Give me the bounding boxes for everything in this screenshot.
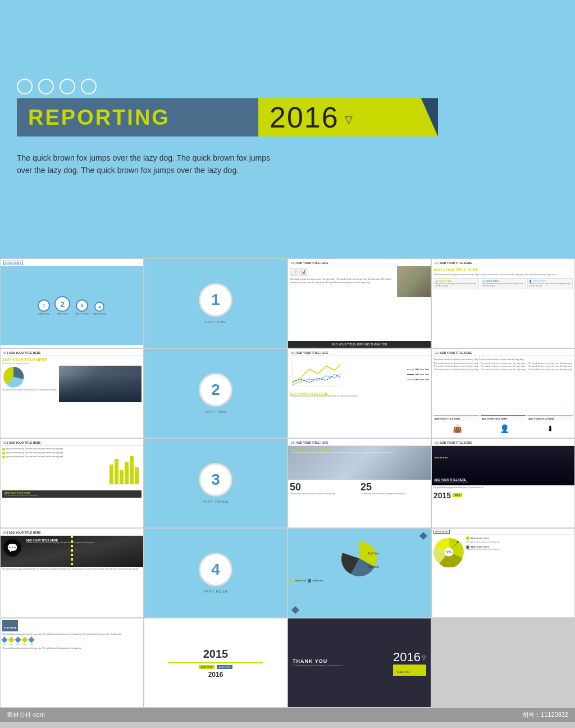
slide-02-cols-header-text: 02 | ADD YOUR TITLE HERE bbox=[435, 351, 472, 354]
part4-content: 4 PART FOUR bbox=[144, 529, 287, 617]
circle-num-3: 3 bbox=[76, 299, 88, 312]
play-tag-text: PLAY HERE bbox=[4, 626, 16, 629]
slide-thumb-03-highway[interactable]: 03 | ADD YOUR TITLE HERE 💬 ADD YOUR TITL… bbox=[0, 528, 144, 618]
people-text: The quick brown fox jumps over the lazy … bbox=[291, 452, 428, 454]
slide-01-info-body: ADD YOUR TITLE HERE The quick brown fox … bbox=[432, 266, 574, 291]
info-col-2: 🔍 YOUR TITLE The quick brown fox jumps o… bbox=[481, 278, 526, 289]
diamond-label-1: text bbox=[3, 643, 6, 645]
three-cols: The quick brown fox jumps over the lazy … bbox=[433, 362, 573, 414]
slide-03-night-header: 03 | ADD YOUR TITLE HERE bbox=[432, 439, 574, 446]
slide-03-night-header-text: 03 | ADD YOUR TITLE HERE bbox=[435, 441, 472, 444]
bar-chart-svg bbox=[105, 448, 142, 487]
circle-num-2: 2 bbox=[54, 296, 70, 312]
slide-thumb-01-aerial[interactable]: 01 | ADD YOUR TITLE HERE 📄 📊 The quick b… bbox=[288, 258, 431, 348]
slide-01-chart-header: 01 | ADD YOUR TITLE HERE bbox=[1, 349, 143, 356]
circle-item-4: 4 PART FOUR bbox=[93, 302, 106, 315]
col-2-text: The quick brown fox jumps over the lazy … bbox=[481, 362, 526, 371]
diamond-green-2 bbox=[21, 636, 28, 643]
slide-thumb-thankyou[interactable]: THANK YOU The quick brown fox jumps over… bbox=[288, 618, 431, 708]
chart-right bbox=[59, 366, 142, 402]
list-dot-1 bbox=[2, 448, 5, 451]
diamond-col-2: text bbox=[9, 638, 13, 645]
slide-thumb-03-people[interactable]: 03 | ADD YOUR TITLE HERE ADD YOUR TITLE … bbox=[288, 438, 431, 528]
legend-2: Add Your Text bbox=[407, 373, 429, 376]
slide-thumb-content[interactable]: CONTENT 1 PART ONE 2 PART TWO 3 PART THR… bbox=[0, 258, 144, 348]
night-bottom-text: The quick brown fox jumps over the lazy … bbox=[433, 487, 573, 489]
slide-02-cols-body: The quick brown fox jumps over the lazy … bbox=[432, 356, 574, 435]
slide-02-cols-header: 02 | ADD YOUR TITLE HERE bbox=[432, 349, 574, 356]
legend-1: Add Your Text bbox=[407, 368, 429, 371]
footer-col-1-title: ADD YOUR TITLE HERE bbox=[435, 417, 478, 420]
slide-01-main-title: ADD YOUR TITLE HERE bbox=[433, 268, 573, 272]
diamond-col-1: text bbox=[2, 638, 7, 645]
diamond-col-4: text bbox=[22, 638, 27, 645]
next-tag: NEXT HERE bbox=[433, 530, 450, 534]
diamond-col-5: text bbox=[29, 638, 34, 645]
slide-thumb-part1[interactable]: 1 PART ONE bbox=[144, 258, 288, 348]
chart-subtitle: Lorem ipsum dolor sit amet bbox=[2, 362, 142, 365]
slide-02-bar-body: jumps over the lazy dog. The quick brown… bbox=[1, 446, 143, 525]
slide-01-icons: 📄 📊 The quick brown fox jumps over the l… bbox=[288, 266, 397, 333]
year-divider bbox=[168, 662, 263, 663]
slide-03-highway-header: 03 | ADD YOUR TITLE HERE bbox=[1, 529, 143, 536]
circle-item-2: 2 PART TWO bbox=[54, 296, 70, 315]
slide-01-header-text: 01 | ADD YOUR TITLE HERE bbox=[291, 261, 328, 265]
hero-banner-blue: REPORTING bbox=[17, 98, 258, 136]
part4-label: PART FOUR bbox=[203, 590, 227, 593]
hero-circle-3 bbox=[60, 79, 75, 94]
play1-body: PLAY HERE The quick brown fox jumps over… bbox=[1, 618, 143, 707]
stat-label-2: The quick dog. The quick brown fox jumps… bbox=[360, 493, 429, 495]
green-text-1: ADD YOUR TEXT bbox=[471, 537, 489, 540]
line-chart-area bbox=[290, 358, 405, 391]
diamond-green-1 bbox=[8, 636, 14, 643]
slide-thumb-part4[interactable]: 4 PART FOUR bbox=[144, 528, 288, 618]
slide-01-info-header: 01 | ADD YOUR TITLE HERE bbox=[432, 259, 574, 266]
slide-thumb-play1[interactable]: PLAY HERE The quick brown fox jumps over… bbox=[0, 618, 144, 708]
green-dot-1 bbox=[466, 536, 469, 540]
green-pie-right: ADD YOUR TEXT The quick brown fox jumps … bbox=[466, 536, 573, 570]
chart-text-small: The quick brown fox jumps over the lazy … bbox=[2, 389, 57, 392]
slide-thumb-02-line[interactable]: 02 | ADD YOUR TITLE HERE bbox=[288, 348, 431, 438]
slide-02-line-body: Add Your Text Add Your Text Add Your Tex… bbox=[288, 356, 431, 399]
diamonds-row: text text text text text bbox=[2, 638, 142, 645]
pie-chart-svg bbox=[2, 366, 25, 388]
slide-thumb-green-pie[interactable]: NEXT HERE 50% bbox=[431, 528, 575, 618]
bar-chart-right bbox=[105, 448, 142, 489]
diamond-topleft bbox=[421, 533, 426, 539]
thankyou-body: THANK YOU The quick brown fox jumps over… bbox=[288, 618, 431, 707]
slide-thumb-04-pie[interactable]: Add Your Text Add Your Text Add Your Tex… bbox=[288, 528, 431, 618]
circles-row: 1 PART ONE 2 PART TWO 3 PART THREE 4 PAR… bbox=[38, 296, 106, 315]
diamond-label-5: text bbox=[30, 643, 33, 645]
pie-dark-body: Add Your Text Add Your Text Add Your Tex… bbox=[288, 529, 431, 617]
slide-thumb-01-info[interactable]: 01 | ADD YOUR TITLE HERE ADD YOUR TITLE … bbox=[431, 258, 575, 348]
diamond-shape-2 bbox=[291, 606, 299, 614]
stat-2: 25 The quick dog. The quick brown fox ju… bbox=[360, 481, 429, 495]
slide-thumb-01-chart[interactable]: 01 | ADD YOUR TITLE HERE ADD YOUR TITLE … bbox=[0, 348, 144, 438]
circle-label-2: PART TWO bbox=[57, 312, 69, 315]
info-col-3-text: The quick brown fox jumps over the lazy … bbox=[529, 283, 571, 288]
pie-dark-content: Add Your Text Add Your Text Add Your Tex… bbox=[288, 529, 431, 585]
circle-item-3: 3 PART THREE bbox=[75, 299, 89, 315]
night-year-row: 2015 2015 bbox=[433, 491, 573, 500]
green-pie-body: NEXT HERE 50% bbox=[432, 529, 574, 617]
diamond-shape bbox=[419, 532, 427, 540]
slide-thumb-02-cols[interactable]: 02 | ADD YOUR TITLE HERE The quick brown… bbox=[431, 348, 575, 438]
bar-footer: ADD YOUR TITLE HERE The quick brown fox … bbox=[2, 490, 142, 498]
slide-thumb-years[interactable]: 2015 ADD TEXT ADD TEXT 2016 bbox=[144, 618, 288, 708]
legend-text-2: Add Your Text bbox=[312, 580, 322, 582]
slide-thumb-part3[interactable]: 3 PART THREE bbox=[144, 438, 288, 528]
slide-thumb-03-night[interactable]: 03 | ADD YOUR TITLE HERE ADD YOUR TITLE … bbox=[431, 438, 575, 528]
slide-thumb-part2[interactable]: 2 PART TWO bbox=[144, 348, 288, 438]
light-4 bbox=[440, 457, 441, 458]
circle-item-1: 1 PART ONE bbox=[38, 299, 50, 315]
years-body: 2015 ADD TEXT ADD TEXT 2016 bbox=[144, 618, 287, 707]
people-photo: ADD YOUR TITLE HERE The quick brown fox … bbox=[288, 446, 431, 480]
green-pie-row: 50% ADD YOUR TEXT The quick brown fox ju… bbox=[433, 536, 573, 570]
slide-thumb-02-bar[interactable]: 02 | ADD YOUR TITLE HERE jumps over the … bbox=[0, 438, 144, 528]
hero-year: 2016 bbox=[270, 101, 339, 134]
slide-01-chart-body: ADD YOUR TITLE HERE Lorem ipsum dolor si… bbox=[1, 356, 143, 404]
hero-circles bbox=[17, 79, 97, 94]
watermark-id: 图号：11120832 bbox=[522, 711, 568, 719]
col-3: The quick brown fox jumps over the lazy … bbox=[527, 362, 573, 414]
content-circles-area: 1 PART ONE 2 PART TWO 3 PART THREE 4 PAR… bbox=[1, 266, 143, 345]
